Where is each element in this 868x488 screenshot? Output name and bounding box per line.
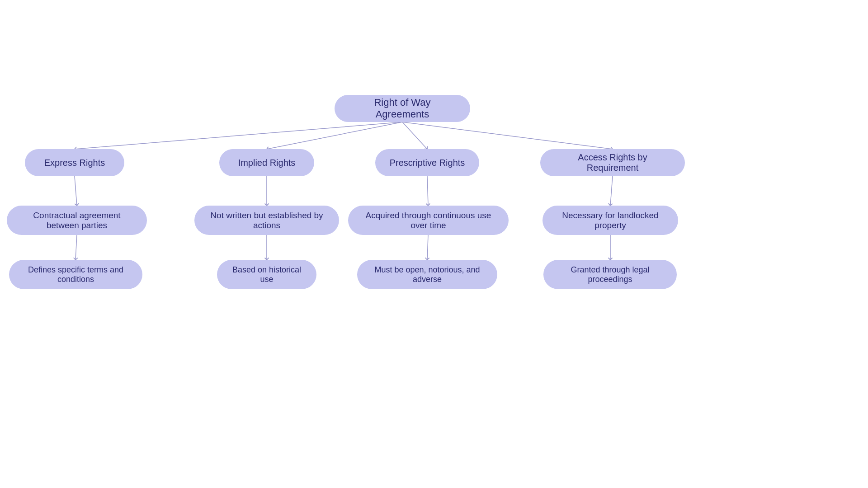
contractual-agreement-node: Contractual agreement between parties <box>7 206 147 235</box>
prescriptive-rights-node: Prescriptive Rights <box>375 149 479 176</box>
implied-rights-node: Implied Rights <box>219 149 314 176</box>
svg-line-2 <box>402 122 427 149</box>
legal-proceedings-node: Granted through legal proceedings <box>543 260 677 289</box>
svg-line-1 <box>267 122 402 149</box>
svg-line-8 <box>427 176 428 206</box>
svg-line-4 <box>75 176 77 206</box>
continuous-use-node: Acquired through continuous use over tim… <box>348 206 509 235</box>
root-node: Right of Way Agreements <box>335 95 470 122</box>
svg-line-9 <box>427 235 428 260</box>
defines-terms-node: Defines specific terms and conditions <box>9 260 142 289</box>
svg-line-0 <box>75 122 402 149</box>
express-rights-node: Express Rights <box>25 149 124 176</box>
landlocked-property-node: Necessary for landlocked property <box>542 206 678 235</box>
access-rights-node: Access Rights by Requirement <box>540 149 685 176</box>
connectors-svg <box>0 0 868 488</box>
diagram-container: Right of Way Agreements Express Rights C… <box>0 0 868 488</box>
historical-use-node: Based on historical use <box>217 260 316 289</box>
svg-line-5 <box>75 235 77 260</box>
open-notorious-node: Must be open, notorious, and adverse <box>357 260 497 289</box>
svg-line-10 <box>610 176 613 206</box>
not-written-node: Not written but established by actions <box>194 206 339 235</box>
svg-line-3 <box>402 122 613 149</box>
